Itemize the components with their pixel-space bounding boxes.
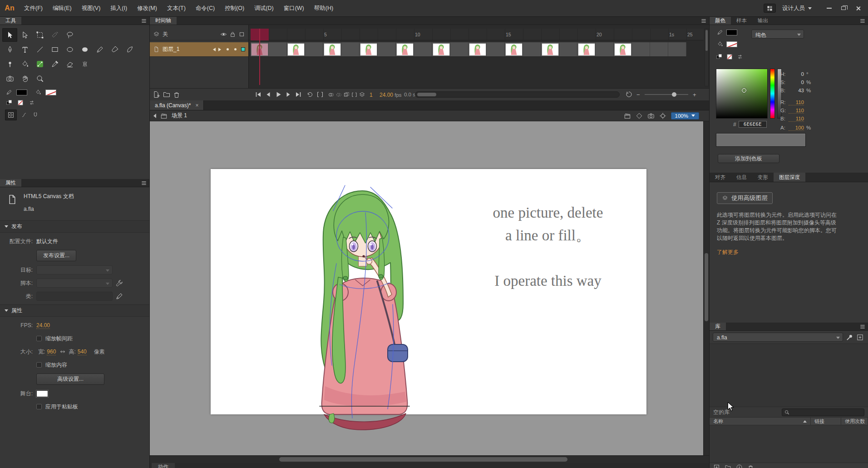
use-advanced-layers-button[interactable]: 使用高级图层 [717,192,773,204]
next-keyframe-icon[interactable] [218,48,221,51]
scrollbar-thumb[interactable] [705,30,708,51]
prev-keyframe-icon[interactable] [213,48,216,51]
picker-cursor[interactable] [742,88,746,93]
play-button[interactable] [274,90,282,99]
scene-name[interactable]: 场景 1 [172,112,187,119]
step-back-button[interactable] [264,90,272,99]
rectangle-tool[interactable] [47,43,62,56]
layer-row[interactable]: 图层_1 [150,42,248,57]
zoom-in-frames-icon[interactable]: + [693,91,696,98]
timeline-horizontal-scrollbar[interactable] [415,91,620,98]
bind-tool[interactable] [32,57,47,71]
new-folder-button[interactable] [163,90,171,99]
workspace-selector[interactable]: 设计人员 [782,5,812,12]
scrollbar-thumb[interactable] [417,93,436,96]
timeline-zoom-slider[interactable] [645,94,688,95]
new-folder-button[interactable] [725,464,731,468]
back-icon[interactable] [153,114,156,118]
library-document-dropdown[interactable]: a.fla [713,333,843,342]
playhead-line[interactable] [259,29,260,85]
delete-layer-button[interactable] [173,90,181,99]
pen-tool[interactable] [2,43,17,56]
keyframe-thumbnail[interactable] [433,43,450,56]
actions-panel-tab[interactable]: 动作 [152,463,175,468]
keyframe-thumbnail[interactable] [578,43,595,56]
workspace-layout-icon[interactable] [764,4,776,13]
scrollbar-thumb[interactable] [705,253,708,321]
edit-multiple-frames-button[interactable] [343,91,350,98]
edit-scene-icon[interactable] [624,112,631,119]
stage[interactable]: one picture, delete a line or fill。 I op… [150,121,709,455]
color-picker-field[interactable] [716,69,768,119]
timeline-vertical-scrollbar[interactable] [705,29,709,86]
camera-toggle-label[interactable]: 关 [163,30,168,38]
library-column-header[interactable]: 使用次数 [841,418,868,425]
hex-value-field[interactable]: 6E6E6E [739,121,767,128]
menu-item[interactable]: 编辑(E) [48,0,77,17]
apply-pasteboard-checkbox[interactable] [36,404,42,409]
new-layer-button[interactable] [153,90,161,99]
object-drawing-toggle[interactable] [5,110,17,120]
frame-rate-value[interactable]: 24.00 [380,92,393,98]
fluid-brush-tool[interactable] [122,43,137,56]
color-type-dropdown[interactable]: 纯色 [751,30,804,39]
stage-color-swatch[interactable] [36,390,48,397]
stage-vertical-scrollbar[interactable] [703,121,709,455]
advanced-settings-button[interactable]: 高级设置... [36,373,104,385]
no-color-icon[interactable] [16,99,25,106]
go-to-first-frame-button[interactable] [254,90,262,99]
hue-slider[interactable] [770,69,775,119]
item-properties-button[interactable] [736,464,743,468]
color-channel-value[interactable]: 100 [789,125,804,131]
selection-tool[interactable] [2,28,17,42]
properties-section-header[interactable]: 属性 [0,304,149,317]
layer-name[interactable]: 图层_1 [163,45,179,53]
menu-item[interactable]: 调试(D) [249,0,278,17]
keyframe-thumbnail[interactable] [324,43,341,56]
scale-content-checkbox[interactable] [36,362,42,368]
menu-item[interactable]: 控制(O) [220,0,249,17]
link-dimensions-icon[interactable] [59,348,67,356]
new-symbol-button[interactable] [713,464,720,468]
panel-menu-icon[interactable] [700,18,707,24]
menu-item[interactable]: 文本(T) [162,0,191,17]
scrollbar-thumb[interactable] [279,457,567,462]
outline-column-icon[interactable] [238,31,245,38]
keyframe-thumbnail[interactable] [614,43,631,56]
library-search-input[interactable] [782,408,864,416]
smooth-curve-icon[interactable] [20,111,28,119]
center-stage-icon[interactable] [659,112,666,119]
timeline-ruler[interactable]: 510152025 1s [249,29,704,40]
library-column-header[interactable]: 链接 [811,418,841,425]
paint-bucket-tool[interactable] [17,57,32,71]
hand-tool[interactable] [17,72,32,85]
subselection-tool[interactable] [17,28,32,42]
add-to-swatches-button[interactable]: 添加到色板 [718,154,779,163]
panel-menu-icon[interactable] [859,18,866,24]
magic-wand-tool[interactable] [47,28,62,42]
slider-knob[interactable] [672,92,676,97]
reset-timeline-zoom-button[interactable] [625,90,633,99]
color-group-tab[interactable]: 输出 [752,17,774,25]
color-channel-value[interactable]: 43 [789,88,804,93]
document-tab[interactable]: a.fla (Canvas)* × [150,100,204,110]
fill-color-swatch[interactable] [726,41,737,47]
text-tool[interactable] [17,43,32,56]
menu-item[interactable]: 窗口(W) [279,0,309,17]
pin-library-icon[interactable] [846,334,853,341]
panel-menu-icon[interactable] [140,180,148,186]
onion-skin-button[interactable] [328,91,335,98]
go-to-last-frame-button[interactable] [294,90,302,99]
swap-colors-icon[interactable] [28,99,36,106]
publish-settings-button[interactable]: 发布设置... [36,250,76,261]
keyframe-thumbnail[interactable] [287,43,305,56]
swap-colors-icon[interactable] [736,53,744,60]
zoom-level-dropdown[interactable]: 100% [671,112,699,119]
layer-visibility-dot[interactable] [227,48,229,50]
stage-height-value[interactable]: 540 [78,349,87,355]
new-library-panel-icon[interactable] [856,334,864,341]
properties-tab[interactable]: 属性 [0,179,21,187]
modify-markers-button[interactable] [351,91,358,98]
keyframe-thumbnail[interactable] [360,43,377,56]
keyframe-thumbnail[interactable] [469,43,486,56]
